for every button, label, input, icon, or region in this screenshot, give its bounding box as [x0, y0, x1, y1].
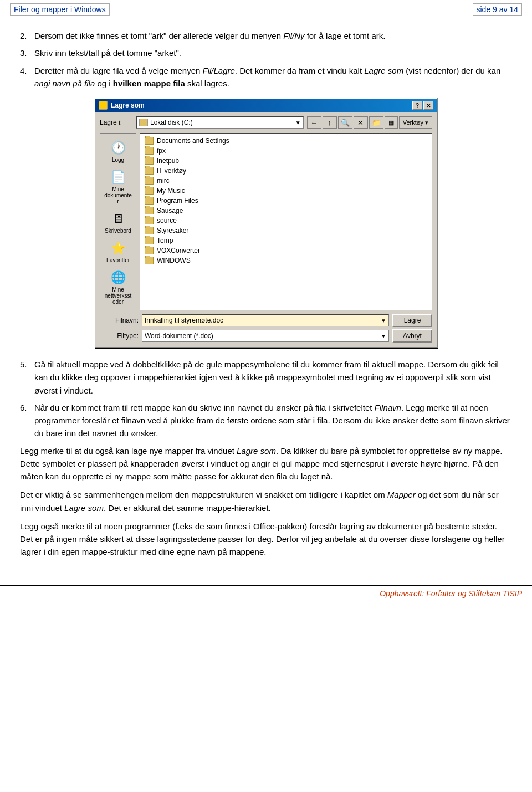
back-button[interactable]: ←: [307, 116, 321, 129]
item4-em1: Fil/Lagre: [203, 66, 235, 75]
toolbar-nav-buttons: ← ↑ 🔍 ✕ 📁 ▦ Verktøy ▾: [307, 116, 432, 129]
folder-icon: [145, 137, 154, 145]
item-num-2: 2.: [20, 29, 34, 42]
paragraph-3: Legg også merke til at noen programmer (…: [20, 520, 512, 559]
save-button[interactable]: Lagre: [392, 314, 432, 327]
folder-icon: [145, 177, 154, 185]
folder-icon: [145, 227, 154, 234]
item-num-4: 4.: [20, 64, 34, 90]
nettverkssteder-icon: 🌐: [109, 270, 127, 285]
location-folder-icon: [139, 119, 148, 126]
file-item[interactable]: IT verktøy: [142, 166, 429, 176]
dialog-titlebar: Lagre som ? ✕: [95, 99, 437, 112]
list-item-6: 6. Når du er kommet fram til rett mappe …: [20, 401, 512, 440]
main-content: 2. Dersom det ikke finnes et tomt "ark" …: [0, 19, 532, 574]
footer-text: Opphavsrett: Forfatter og Stiftelsen TIS…: [380, 589, 522, 598]
file-item[interactable]: WINDOWS: [142, 256, 429, 265]
sidebar-item-skrivebord[interactable]: 🖥 Skrivebord: [100, 209, 136, 236]
para2-em2: Lagre som: [64, 503, 104, 513]
paragraph-2: Det er viktig å se sammenhengen mellom d…: [20, 488, 512, 514]
cancel-button[interactable]: Avbryt: [392, 329, 432, 343]
filetype-select[interactable]: Word-dokument (*.doc) ▼: [142, 330, 389, 342]
item-text-3: Skriv inn tekst/tall på det tomme "arket…: [34, 47, 512, 59]
file-item[interactable]: My Music: [142, 186, 429, 196]
file-item-name: Temp: [157, 237, 173, 244]
filetype-label: Filtype:: [100, 332, 139, 340]
dialog-filelist[interactable]: Documents and SettingsfpxInetpubIT verkt…: [140, 133, 432, 310]
search-button[interactable]: 🔍: [338, 116, 352, 129]
file-item[interactable]: Styresaker: [142, 226, 429, 236]
filename-value: Innkalling til styremøte.doc: [145, 316, 381, 324]
verktoy-label: Verktøy ▾: [403, 119, 428, 126]
save-button-area: Lagre: [392, 314, 432, 327]
item-num-6: 6.: [20, 401, 34, 440]
filename-row: Filnavn: Innkalling til styremøte.doc ▼ …: [100, 314, 432, 327]
skrivebord-label: Skrivebord: [105, 228, 131, 234]
favoritter-label: Favoritter: [106, 257, 130, 263]
list-item-2: 2. Dersom det ikke finnes et tomt "ark" …: [20, 29, 512, 42]
titlebar-buttons: ? ✕: [412, 101, 433, 110]
filetype-value: Word-dokument (*.doc): [145, 332, 213, 340]
item-text-2: Dersom det ikke finnes et tomt "ark" der…: [34, 29, 512, 42]
file-item-name: source: [157, 217, 177, 224]
verktoy-button[interactable]: Verktøy ▾: [399, 116, 432, 129]
filename-label: Filnavn:: [100, 316, 139, 324]
location-dropdown[interactable]: Lokal disk (C:) ▼: [136, 116, 304, 129]
sidebar-item-mine-dokumenter[interactable]: 📄 Mine dokumenter: [100, 167, 136, 207]
view-button[interactable]: ▦: [385, 116, 398, 129]
sidebar-item-favoritter[interactable]: ⭐ Favoritter: [100, 238, 136, 265]
header-right-label: side 9 av 14: [473, 3, 523, 16]
dialog-main-area: 🕐 Logg 📄 Mine dokumenter 🖥 Skrivebord: [100, 133, 432, 310]
list-item-4: 4. Deretter må du lagre fila ved å velge…: [20, 64, 512, 90]
header-left-label[interactable]: Filer og mapper i Windows: [10, 3, 110, 16]
item-num-5: 5.: [20, 358, 34, 397]
mine-dokumenter-label: Mine dokumenter: [104, 186, 132, 205]
folder-icon: [145, 167, 154, 175]
file-item[interactable]: mirc: [142, 176, 429, 186]
item4-strong: hvilken mappe fila: [113, 79, 185, 88]
location-dropdown-arrow: ▼: [295, 120, 301, 126]
sidebar-item-nettverkssteder[interactable]: 🌐 Mine nettverkssteder: [100, 268, 136, 307]
logg-label: Logg: [112, 157, 124, 163]
item6-em: Filnavn: [375, 403, 401, 412]
file-item-name: Program Files: [157, 197, 198, 205]
file-item-name: VOXConverter: [157, 247, 200, 254]
para1-em: Lagre som: [237, 446, 276, 456]
up-button[interactable]: ↑: [323, 116, 337, 129]
file-item[interactable]: fpx: [142, 146, 429, 156]
file-item[interactable]: Inetpub: [142, 156, 429, 166]
file-item[interactable]: Documents and Settings: [142, 136, 429, 146]
favoritter-icon: ⭐: [109, 241, 127, 256]
file-item[interactable]: source: [142, 216, 429, 226]
logg-icon: 🕐: [109, 140, 127, 156]
file-item-name: mirc: [157, 177, 170, 185]
sidebar-item-logg[interactable]: 🕐 Logg: [100, 138, 136, 165]
file-item-name: My Music: [157, 187, 185, 195]
file-item-name: IT verktøy: [157, 167, 186, 175]
close-button[interactable]: ✕: [423, 101, 433, 110]
page-footer: Opphavsrett: Forfatter og Stiftelsen TIS…: [0, 585, 532, 601]
dialog-icon: [99, 101, 108, 110]
help-button[interactable]: ?: [412, 101, 422, 110]
item-num-3: 3.: [20, 47, 34, 59]
file-item-name: Styresaker: [157, 227, 188, 234]
dialog-sidebar: 🕐 Logg 📄 Mine dokumenter 🖥 Skrivebord: [100, 133, 136, 310]
filetype-row: Filtype: Word-dokument (*.doc) ▼ Avbryt: [100, 329, 432, 343]
file-item-name: Sausage: [157, 207, 183, 214]
delete-button[interactable]: ✕: [354, 116, 368, 129]
dialog-wrapper: Lagre som ? ✕ Lagre i: Lokal disk (C:): [20, 98, 512, 348]
file-item[interactable]: Temp: [142, 236, 429, 246]
mine-dokumenter-icon: 📄: [109, 170, 127, 185]
new-folder-button[interactable]: 📁: [369, 116, 383, 129]
folder-icon: [145, 217, 154, 224]
dialog-body: Lagre i: Lokal disk (C:) ▼ ← ↑ 🔍 ✕ 📁: [95, 112, 437, 347]
file-item[interactable]: VOXConverter: [142, 246, 429, 256]
view-icon: ▦: [388, 119, 394, 126]
location-text: Lokal disk (C:): [150, 119, 293, 126]
save-as-dialog[interactable]: Lagre som ? ✕ Lagre i: Lokal disk (C:): [94, 98, 438, 348]
file-item[interactable]: Sausage: [142, 206, 429, 216]
filename-input[interactable]: Innkalling til styremøte.doc ▼: [142, 314, 389, 326]
file-item[interactable]: Program Files: [142, 196, 429, 206]
toolbar-label: Lagre i:: [100, 119, 133, 126]
item-text-5: Gå til aktuell mappe ved å dobbeltklikke…: [34, 358, 512, 397]
